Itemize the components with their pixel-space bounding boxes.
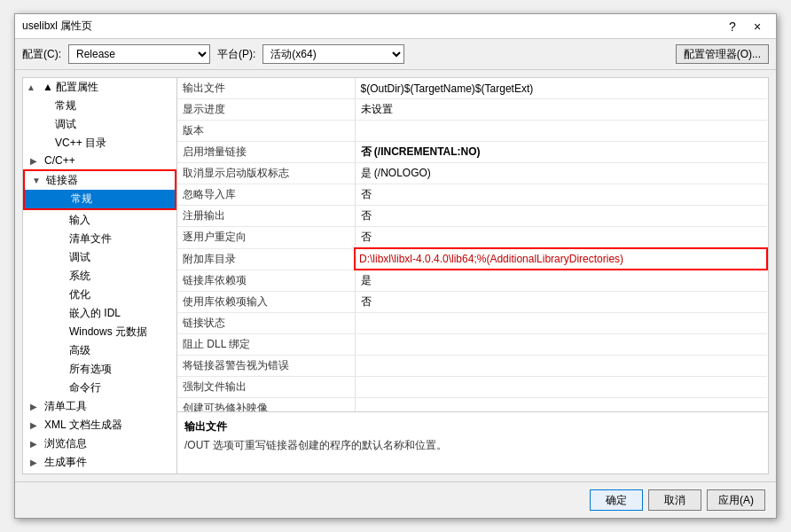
sidebar-item-linker[interactable]: ▼ 链接器 [25,171,175,190]
prop-value[interactable]: 未设置 [355,99,767,121]
tree-panel: ▲ ▲ 配置属性 常规 调试 VC++ 目录 ▶ C/C++ [22,77,177,474]
sidebar-item-linker-manifest[interactable]: 清单文件 [23,230,176,248]
sidebar-item-linker-winmeta[interactable]: Windows 元数据 [23,323,176,341]
help-button[interactable]: ? [721,17,744,36]
table-row: 注册输出否 [177,206,767,227]
sidebar-item-xml-gen[interactable]: ▶ XML 文档生成器 [23,416,176,434]
sidebar-item-general[interactable]: 常规 [23,97,176,115]
prop-name: 将链接器警告视为错误 [177,356,355,377]
sidebar-item-linker-optimize[interactable]: 优化 [23,286,176,304]
manage-config-button[interactable]: 配置管理器(O)... [676,44,769,64]
property-table: 输出文件$(OutDir)$(TargetName)$(TargetExt)显示… [177,78,768,411]
prop-value[interactable]: 否 [355,227,767,249]
sidebar-item-linker-cmdline[interactable]: 命令行 [23,379,176,397]
properties-dialog: uselibxl 属性页 ? × 配置(C): Release 平台(P): 活… [14,13,777,519]
title-bar-controls: ? × [721,17,769,36]
sidebar-item-cpp[interactable]: ▶ C/C++ [23,153,176,168]
table-row: 逐用户重定向否 [177,227,767,249]
table-row: 忽略导入库否 [177,184,767,206]
config-select[interactable]: Release [68,44,210,64]
prop-name: 阻止 DLL 绑定 [177,334,355,356]
apply-button[interactable]: 应用(A) [707,489,765,511]
prop-name: 忽略导入库 [177,184,355,206]
content-area: ▲ ▲ 配置属性 常规 调试 VC++ 目录 ▶ C/C++ [15,70,776,481]
prop-name: 链接库依赖项 [177,270,355,292]
sidebar-item-vcpp[interactable]: VC++ 目录 [23,134,176,153]
toolbar: 配置(C): Release 平台(P): 活动(x64) 配置管理器(O)..… [15,39,776,70]
platform-select[interactable]: 活动(x64) [262,44,404,64]
prop-name: 强制文件输出 [177,377,355,398]
sidebar-item-linker-debug[interactable]: 调试 [23,248,176,267]
close-button[interactable]: × [746,17,769,36]
prop-value[interactable] [355,334,767,356]
config-label: 配置(C): [22,47,61,62]
prop-name: 输出文件 [177,78,355,99]
sidebar-item-custom-build[interactable]: ▶ 自定义生成步骤 [23,472,176,474]
prop-value[interactable] [355,398,767,412]
sidebar-item-linker-idl[interactable]: 嵌入的 IDL [23,304,176,323]
table-row: 使用库依赖项输入否 [177,292,767,313]
table-row: 创建可热修补映像 [177,398,767,412]
sidebar-item-build-events[interactable]: ▶ 生成事件 [23,453,176,472]
ok-button[interactable]: 确定 [590,489,643,511]
prop-value[interactable] [355,313,767,334]
description-text: /OUT 选项可重写链接器创建的程序的默认名称和位置。 [184,438,761,453]
sidebar-item-linker-general[interactable]: 常规 [25,190,175,208]
prop-name: 版本 [177,121,355,142]
table-row: 附加库目录D:\libxl\libxl-4.0.4.0\lib64;%(Addi… [177,248,767,270]
prop-value[interactable]: 是 (/NOLOGO) [355,163,767,184]
title-bar-left: uselibxl 属性页 [22,19,92,34]
description-title: 输出文件 [184,419,761,434]
table-row: 启用增量链接否 (/INCREMENTAL:NO) [177,142,767,163]
prop-value[interactable]: $(OutDir)$(TargetName)$(TargetExt) [355,78,767,99]
table-row: 版本 [177,121,767,142]
prop-value[interactable] [355,356,767,377]
tree-expand-icon: ▲ [27,82,41,92]
prop-name: 逐用户重定向 [177,227,355,249]
title-bar: uselibxl 属性页 ? × [15,14,776,39]
prop-value[interactable]: 否 (/INCREMENTAL:NO) [355,142,767,163]
prop-value[interactable]: 否 [355,184,767,206]
sidebar-item-linker-all[interactable]: 所有选项 [23,360,176,379]
prop-name: 显示进度 [177,99,355,121]
prop-value[interactable]: 否 [355,292,767,313]
table-row: 取消显示启动版权标志是 (/NOLOGO) [177,163,767,184]
prop-name: 取消显示启动版权标志 [177,163,355,184]
cancel-button[interactable]: 取消 [648,489,701,511]
platform-label: 平台(P): [217,47,255,62]
prop-name: 链接状态 [177,313,355,334]
sidebar-item-linker-system[interactable]: 系统 [23,267,176,286]
prop-value[interactable]: 否 [355,206,767,227]
table-row: 将链接器警告视为错误 [177,356,767,377]
table-row: 输出文件$(OutDir)$(TargetName)$(TargetExt) [177,78,767,99]
prop-name: 注册输出 [177,206,355,227]
sidebar-item-manifest-tool[interactable]: ▶ 清单工具 [23,397,176,416]
sidebar-item-linker-input[interactable]: 输入 [23,211,176,230]
sidebar-item-browse-info[interactable]: ▶ 浏览信息 [23,434,176,453]
right-panel: 输出文件$(OutDir)$(TargetName)$(TargetExt)显示… [177,77,769,474]
sidebar-item-debug[interactable]: 调试 [23,115,176,134]
prop-value[interactable]: D:\libxl\libxl-4.0.4.0\lib64;%(Additiona… [355,248,767,270]
tree-root[interactable]: ▲ ▲ 配置属性 [23,78,176,97]
prop-name: 启用增量链接 [177,142,355,163]
description-panel: 输出文件 /OUT 选项可重写链接器创建的程序的默认名称和位置。 [177,411,768,473]
table-row: 强制文件输出 [177,377,767,398]
prop-value[interactable] [355,121,767,142]
table-row: 链接库依赖项是 [177,270,767,292]
bottom-bar: 确定 取消 应用(A) [15,481,776,518]
sidebar-item-linker-advanced[interactable]: 高级 [23,341,176,360]
prop-name: 创建可热修补映像 [177,398,355,412]
window-title: uselibxl 属性页 [22,19,92,34]
prop-value[interactable]: 是 [355,270,767,292]
tree-root-label: ▲ 配置属性 [43,80,98,95]
table-row: 链接状态 [177,313,767,334]
prop-name: 使用库依赖项输入 [177,292,355,313]
table-row: 显示进度未设置 [177,99,767,121]
prop-value[interactable] [355,377,767,398]
prop-name: 附加库目录 [177,248,355,270]
linker-section-box: ▼ 链接器 常规 [23,169,176,210]
table-row: 阻止 DLL 绑定 [177,334,767,356]
